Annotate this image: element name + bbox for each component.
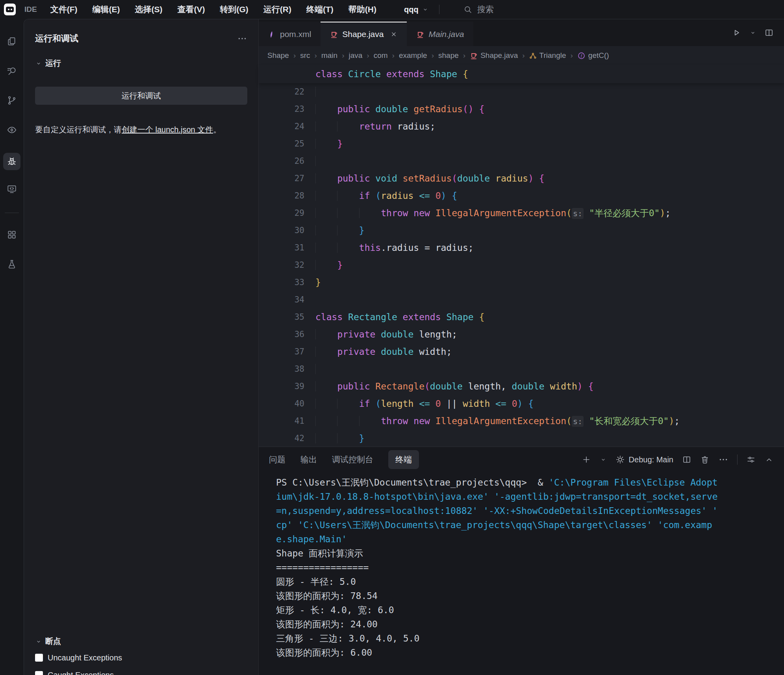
code-line[interactable]: 33} (259, 274, 784, 291)
code-line[interactable]: 37 private double width; (259, 343, 784, 360)
menu-item[interactable]: 编辑(E) (93, 4, 120, 15)
activity-remote-code-icon[interactable] (3, 182, 20, 196)
maximize-panel-icon[interactable] (764, 455, 774, 464)
tab-close-icon[interactable] (390, 31, 397, 38)
code-line[interactable]: 36 private double length; (259, 326, 784, 343)
panel-tab-1[interactable]: 输出 (300, 454, 317, 465)
panel-tab-3[interactable]: 终端 (388, 450, 419, 469)
code-line[interactable]: 39 public Rectangle(double length, doubl… (259, 378, 784, 395)
menu-item[interactable]: 运行(R) (263, 4, 291, 15)
editor-tab-pom-xml[interactable]: pom.xml (259, 22, 321, 46)
svg-text:f: f (581, 54, 583, 58)
logo-label: IDE (24, 5, 37, 14)
code-line[interactable]: 38 (259, 360, 784, 378)
hint-prefix: 要自定义运行和调试，请 (35, 125, 122, 134)
breakpoint-row[interactable]: Caught Exceptions (35, 666, 247, 675)
chevron-down-icon (35, 638, 42, 645)
code-line-content: public double getRadius() { (315, 100, 484, 118)
code-line[interactable]: 41 throw new IllegalArgumentException(s:… (259, 412, 784, 430)
menu-item[interactable]: 查看(V) (178, 4, 205, 15)
line-number: 23 (259, 100, 315, 118)
split-editor-icon[interactable] (764, 28, 774, 37)
activity-extensions-icon[interactable] (3, 228, 20, 241)
breadcrumb-item[interactable]: java (348, 51, 362, 60)
breakpoint-row[interactable]: Uncaught Exceptions (35, 649, 247, 666)
line-number: 27 (259, 170, 315, 187)
menu-item[interactable]: 选择(S) (135, 4, 163, 15)
code-line[interactable]: 24 return radius; (259, 118, 784, 135)
breadcrumb-item[interactable]: com (374, 51, 388, 60)
code-editor[interactable]: 22 23 public double getRadius() {24 retu… (259, 83, 784, 447)
code-line[interactable]: 27 public void setRadius(double radius) … (259, 170, 784, 187)
terminal-settings-icon[interactable] (746, 455, 756, 464)
kill-terminal-icon[interactable] (700, 455, 710, 464)
run-section-header[interactable]: 运行 (35, 58, 247, 69)
chevron-down-icon[interactable] (749, 29, 756, 36)
activity-run-and-debug-icon[interactable] (3, 153, 20, 170)
chevron-down-icon (422, 6, 429, 13)
activity-testing-icon[interactable] (3, 258, 20, 271)
menu-item[interactable]: 帮助(H) (348, 4, 376, 15)
global-search[interactable]: 搜索 (463, 4, 494, 15)
code-line[interactable]: 25 } (259, 135, 784, 152)
panel-tab-2[interactable]: 调试控制台 (332, 454, 373, 465)
activity-source-control-icon[interactable] (3, 94, 20, 107)
activity-explorer-icon[interactable] (3, 35, 20, 48)
terminal-line: =n,suspend=y,address=localhost:10882' '-… (276, 504, 784, 518)
code-line[interactable]: 40 if (length <= 0 || width <= 0) { (259, 395, 784, 412)
breadcrumb-item[interactable]: Triangle (529, 51, 566, 60)
breadcrumb-separator: › (571, 51, 573, 60)
panel-tab-0[interactable]: 问题 (269, 454, 285, 465)
code-line[interactable]: 22 (259, 83, 784, 100)
more-actions-icon[interactable] (718, 454, 728, 465)
breadcrumb-item[interactable]: fgetC() (577, 51, 609, 60)
breadcrumb-item[interactable]: Shape (267, 51, 289, 60)
editor-tab-shape-java[interactable]: Shape.java (321, 22, 407, 46)
checkbox[interactable] (35, 671, 43, 675)
code-line[interactable]: 26 (259, 152, 784, 170)
breadcrumb-separator: › (522, 51, 525, 60)
code-line[interactable]: 32 } (259, 256, 784, 274)
more-actions-icon[interactable] (237, 33, 247, 44)
breadcrumb-label: main (321, 51, 337, 60)
code-line[interactable]: 30 } (259, 222, 784, 239)
breadcrumb-item[interactable]: main (321, 51, 337, 60)
run-and-debug-button[interactable]: 运行和调试 (35, 87, 247, 105)
new-terminal-icon[interactable] (582, 455, 591, 464)
breadcrumb-item[interactable]: shape (438, 51, 459, 60)
menu-item[interactable]: 转到(G) (220, 4, 248, 15)
chevron-down-icon[interactable] (600, 456, 607, 463)
breadcrumb-label: src (300, 51, 310, 60)
split-terminal-icon[interactable] (682, 455, 691, 464)
breakpoints-header[interactable]: 断点 (35, 636, 247, 647)
terminal-output[interactable]: PS C:\Users\王泯钧\Documents\trae_projects\… (259, 472, 784, 660)
code-line[interactable]: 29 throw new IllegalArgumentException(s:… (259, 204, 784, 222)
code-line-content (315, 360, 381, 378)
breadcrumb-item[interactable]: example (399, 51, 427, 60)
breadcrumb-item[interactable]: Shape.java (470, 51, 518, 60)
line-number: 32 (259, 256, 315, 274)
breadcrumb-item[interactable]: src (300, 51, 310, 60)
code-line[interactable]: 31 this.radius = radius; (259, 239, 784, 256)
debug-session-select[interactable]: Debug: Main (615, 455, 673, 464)
project-switcher[interactable]: qqq (404, 5, 429, 14)
create-launch-json-link[interactable]: 创建一个 launch.json 文件 (122, 125, 213, 134)
line-number: 25 (259, 135, 315, 152)
code-line[interactable]: 28 if (radius <= 0) { (259, 187, 784, 204)
code-line[interactable]: 35class Rectangle extends Shape { (259, 308, 784, 326)
activity-preview-icon[interactable] (3, 123, 20, 137)
menu-item[interactable]: 文件(F) (50, 4, 78, 15)
menu-item[interactable]: 终端(T) (306, 4, 334, 15)
app-logo-icon[interactable] (4, 4, 16, 15)
run-file-icon[interactable] (731, 28, 741, 38)
code-line[interactable]: 34 (259, 291, 784, 308)
editor-tab-main-java[interactable]: Main.java (407, 22, 473, 46)
code-line[interactable]: 42 } (259, 430, 784, 447)
checkbox[interactable] (35, 654, 43, 662)
code-line-content: private double width; (315, 343, 452, 360)
code-line[interactable]: 23 public double getRadius() { (259, 100, 784, 118)
pom-file-icon (268, 31, 276, 38)
editor-actions (731, 19, 784, 46)
activity-search-icon[interactable] (3, 64, 20, 78)
sticky-scroll-line[interactable]: class Circle extends Shape { (259, 65, 784, 83)
